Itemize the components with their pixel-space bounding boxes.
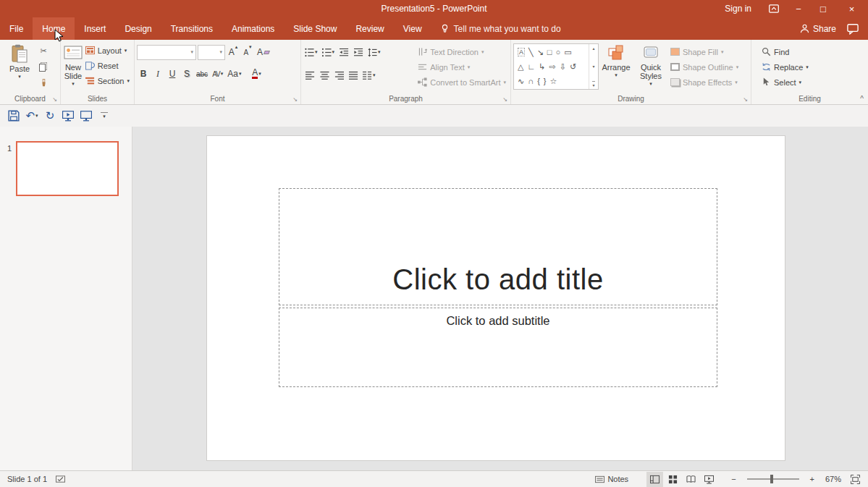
text-shadow-button[interactable]: S [180, 67, 193, 81]
spell-check-icon[interactable] [56, 475, 65, 484]
shape-oval[interactable]: ○ [556, 48, 561, 56]
shape-triangle[interactable]: △ [518, 62, 523, 72]
copy-button[interactable] [37, 59, 50, 74]
shape-right-angle[interactable]: ∟ [527, 62, 535, 71]
shape-fill-button[interactable]: Shape Fill ▾ [668, 45, 741, 59]
line-spacing-button[interactable]: ▾ [366, 45, 382, 59]
shape-arrow-down[interactable]: ⇩ [560, 62, 566, 72]
find-button[interactable]: Find [759, 45, 811, 59]
clipboard-dialog-launcher[interactable]: ↘ [52, 97, 57, 103]
change-case-button[interactable]: Aa ▾ [226, 67, 243, 81]
ribbon-display-options-button[interactable] [762, 0, 786, 17]
slide-show-button[interactable] [78, 108, 94, 124]
maximize-button[interactable]: □ [811, 0, 835, 17]
select-button[interactable]: Select ▾ [759, 75, 811, 89]
justify-button[interactable] [347, 68, 360, 82]
character-spacing-button[interactable]: AV ▾ [211, 67, 224, 81]
font-color-button[interactable]: A ▾ [250, 67, 263, 81]
font-dialog-launcher[interactable]: ↘ [292, 97, 298, 103]
strikethrough-button[interactable]: abc [195, 67, 209, 81]
columns-button[interactable]: ▾ [361, 68, 377, 82]
numbering-button[interactable]: ▾ [321, 45, 337, 59]
shapes-scroll-down-button[interactable]: ▾ [592, 64, 594, 69]
increase-font-size-button[interactable]: A ▴ [227, 45, 240, 59]
font-size-combo[interactable]: ▾ [198, 45, 225, 60]
slide-sorter-view-button[interactable] [665, 472, 681, 487]
text-direction-button[interactable]: Text Direction ▾ [416, 45, 508, 59]
shape-rotate-arrow[interactable]: ↺ [570, 62, 576, 72]
tab-file[interactable]: File [0, 17, 33, 40]
notes-button[interactable]: Notes [591, 472, 632, 487]
shapes-more-button[interactable]: ▾ [592, 81, 594, 88]
close-button[interactable]: × [835, 0, 868, 17]
sign-in-link[interactable]: Sign in [715, 4, 762, 14]
shape-outline-button[interactable]: Shape Outline ▾ [668, 60, 741, 74]
shape-rounded-rectangle[interactable]: ▭ [564, 48, 571, 57]
align-text-button[interactable]: Align Text ▾ [416, 60, 508, 74]
zoom-out-button[interactable]: − [728, 472, 739, 487]
paste-button[interactable]: Paste ▾ [2, 42, 37, 79]
convert-to-smartart-button[interactable]: Convert to SmartArt ▾ [416, 75, 508, 89]
zoom-slider-thumb[interactable] [770, 475, 773, 483]
share-button[interactable]: Share [796, 24, 840, 34]
tab-view[interactable]: View [394, 17, 431, 40]
align-left-button[interactable] [303, 68, 316, 82]
format-painter-button[interactable] [37, 75, 50, 90]
cut-button[interactable]: ✂ [37, 43, 50, 58]
shape-textbox[interactable]: A [518, 48, 525, 56]
shape-arc[interactable]: ∩ [528, 77, 534, 85]
bullets-button[interactable]: ▾ [303, 45, 319, 59]
minimize-button[interactable]: − [786, 0, 811, 17]
clear-formatting-button[interactable]: A [256, 45, 271, 59]
align-right-button[interactable] [332, 68, 345, 82]
drawing-dialog-launcher[interactable]: ↘ [743, 97, 748, 103]
paragraph-dialog-launcher[interactable]: ↘ [502, 97, 507, 103]
new-slide-button[interactable]: New Slide ▾ [63, 42, 83, 86]
shape-effects-button[interactable]: Shape Effects ▾ [668, 75, 741, 89]
align-center-button[interactable] [318, 68, 331, 82]
comments-button[interactable] [845, 21, 861, 37]
tell-me-box[interactable]: Tell me what you want to do [431, 17, 570, 40]
shape-elbow-connector[interactable]: ↳ [539, 62, 545, 72]
decrease-indent-button[interactable] [337, 45, 350, 59]
redo-button[interactable]: ↻ [42, 108, 58, 124]
zoom-percentage[interactable]: 67% [821, 475, 841, 483]
shape-star[interactable]: ☆ [550, 77, 557, 86]
tab-transitions[interactable]: Transitions [161, 17, 222, 40]
quick-styles-button[interactable]: Quick Styles ▾ [633, 42, 668, 86]
subtitle-placeholder[interactable]: Click to add subtitle [279, 308, 717, 387]
undo-button[interactable]: ↶ ▾ [24, 108, 40, 124]
increase-indent-button[interactable] [352, 45, 365, 59]
customize-qat-button[interactable]: ▾ [96, 108, 112, 124]
shape-line[interactable]: ╲ [528, 48, 534, 57]
decrease-font-size-button[interactable]: A ▾ [241, 45, 254, 59]
normal-view-button[interactable] [646, 472, 663, 487]
tab-design[interactable]: Design [115, 17, 161, 40]
layout-button[interactable]: Layout ▾ [83, 43, 132, 57]
shape-right-brace[interactable]: } [544, 77, 547, 85]
shape-rectangle[interactable]: □ [547, 48, 552, 56]
collapse-ribbon-button[interactable]: ^ [860, 95, 864, 103]
reset-button[interactable]: Reset [83, 59, 132, 72]
bold-button[interactable]: B [137, 67, 150, 81]
save-button[interactable] [6, 108, 22, 124]
reading-view-button[interactable] [683, 472, 699, 487]
shapes-scroll-up-button[interactable]: ▴ [592, 46, 594, 51]
tab-home[interactable]: Home [33, 17, 75, 40]
tab-slide-show[interactable]: Slide Show [284, 17, 346, 40]
fit-slide-to-window-button[interactable] [847, 472, 864, 487]
tab-review[interactable]: Review [346, 17, 393, 40]
underline-button[interactable]: U [166, 67, 179, 81]
title-placeholder[interactable]: Click to add title [279, 188, 717, 305]
slide-thumbnail[interactable] [16, 141, 119, 196]
shape-scribble[interactable]: ∿ [518, 77, 524, 86]
zoom-slider[interactable] [747, 478, 799, 480]
start-from-beginning-button[interactable] [60, 108, 76, 124]
arrange-button[interactable]: Arrange ▾ [599, 42, 633, 77]
tab-animations[interactable]: Animations [222, 17, 284, 40]
font-name-combo[interactable]: ▾ [137, 45, 196, 60]
shape-arrow-line[interactable]: ↘ [537, 48, 544, 57]
section-button[interactable]: Section ▾ [83, 74, 132, 88]
replace-button[interactable]: Replace ▾ [759, 60, 811, 74]
italic-button[interactable]: I [151, 67, 164, 81]
